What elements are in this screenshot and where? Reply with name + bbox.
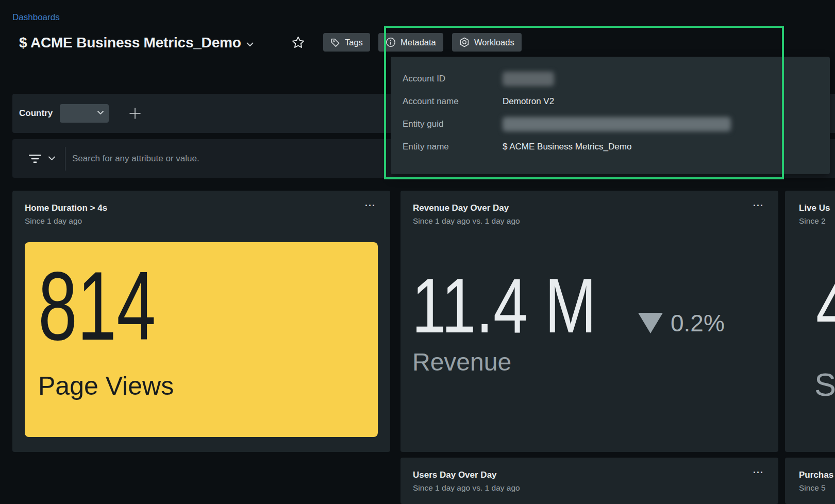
card-subtitle: Since 1 day ago vs. 1 day ago	[413, 216, 766, 226]
card-menu-button[interactable]: ...	[365, 198, 376, 209]
country-select[interactable]	[60, 104, 109, 123]
card-subtitle: Since 1 day ago vs. 1 day ago	[413, 483, 766, 493]
card-header: Home Duration > 4s Since 1 day ago	[12, 191, 390, 226]
card-menu-button[interactable]: ...	[753, 198, 764, 209]
metadata-label: Entity guid	[403, 119, 503, 129]
metric-label: Revenue	[412, 348, 511, 376]
card-title: Home Duration > 4s	[25, 203, 378, 213]
billboard-value: 814	[38, 257, 156, 355]
revenue-metric: 11.4 M 0.2%	[412, 267, 767, 349]
metadata-row: Account ID	[391, 68, 830, 90]
entity-guid-redacted-value	[503, 117, 731, 131]
card-purchases: Purchas Since 5	[785, 458, 835, 504]
card-menu-button[interactable]: ...	[753, 465, 764, 476]
delta-down-icon	[638, 312, 663, 334]
breadcrumb-link[interactable]: Dashboards	[12, 12, 60, 23]
add-filter-button[interactable]	[127, 106, 143, 121]
filter-icon	[28, 154, 42, 163]
metric-label: S	[814, 366, 835, 403]
card-header: Revenue Day Over Day Since 1 day ago vs.…	[400, 191, 778, 226]
search-divider	[65, 147, 65, 171]
card-live-users: Live Us Since 2 4 S	[785, 191, 835, 452]
card-title: Live Us	[799, 203, 835, 213]
metadata-button-label: Metadata	[400, 38, 436, 47]
tags-button[interactable]: Tags	[323, 33, 370, 52]
metric-value: 4	[816, 268, 835, 345]
card-header: Users Day Over Day Since 1 day ago vs. 1…	[400, 458, 778, 493]
card-subtitle: Since 2	[799, 216, 835, 226]
tag-icon	[330, 38, 340, 47]
metadata-value: Demotron V2	[503, 96, 554, 107]
account-id-redacted-value	[503, 72, 554, 86]
select-chevron-icon	[97, 111, 104, 115]
info-icon	[386, 37, 396, 47]
card-title: Revenue Day Over Day	[413, 203, 766, 213]
tags-button-label: Tags	[345, 38, 363, 47]
card-title: Users Day Over Day	[413, 470, 766, 480]
filter-chevron-icon	[48, 156, 55, 161]
card-header: Live Us Since 2	[785, 191, 835, 226]
metadata-value: $ ACME Business Metrics_Demo	[503, 142, 631, 152]
delta-value: 0.2%	[671, 309, 725, 337]
favorite-star-icon[interactable]	[291, 36, 305, 49]
plus-icon	[128, 106, 142, 121]
card-revenue-day-over-day: Revenue Day Over Day Since 1 day ago vs.…	[400, 191, 778, 452]
metadata-row: Entity name $ ACME Business Metrics_Demo	[391, 136, 830, 158]
card-home-duration: Home Duration > 4s Since 1 day ago ... 8…	[12, 191, 390, 452]
metadata-label: Entity name	[403, 142, 503, 152]
metadata-button[interactable]: Metadata	[378, 33, 443, 52]
workload-hexagon-icon	[459, 37, 470, 47]
metadata-row: Entity guid	[391, 113, 830, 136]
card-subtitle: Since 5	[799, 483, 835, 493]
billboard-label: Page Views	[38, 371, 174, 401]
metric-value: 11.4 M	[412, 267, 596, 344]
filter-menu-toggle[interactable]	[12, 154, 55, 163]
metadata-panel: Account ID Account name Demotron V2 Enti…	[391, 57, 830, 174]
card-header: Purchas Since 5	[785, 458, 835, 493]
title-row: $ ACME Business Metrics_Demo	[19, 33, 254, 53]
workloads-button[interactable]: Workloads	[452, 33, 522, 52]
metadata-label: Account name	[403, 96, 503, 107]
workloads-button-label: Workloads	[474, 38, 514, 47]
page-views-billboard: 814 Page Views	[25, 242, 378, 437]
page-title[interactable]: $ ACME Business Metrics_Demo	[19, 35, 241, 51]
metadata-label: Account ID	[403, 74, 503, 84]
title-dropdown-chevron-icon[interactable]	[246, 42, 254, 47]
card-title: Purchas	[799, 470, 835, 480]
card-subtitle: Since 1 day ago	[25, 216, 378, 226]
card-users-day-over-day: Users Day Over Day Since 1 day ago vs. 1…	[400, 458, 778, 504]
metadata-row: Account name Demotron V2	[391, 90, 830, 113]
country-filter-label: Country	[19, 108, 53, 119]
